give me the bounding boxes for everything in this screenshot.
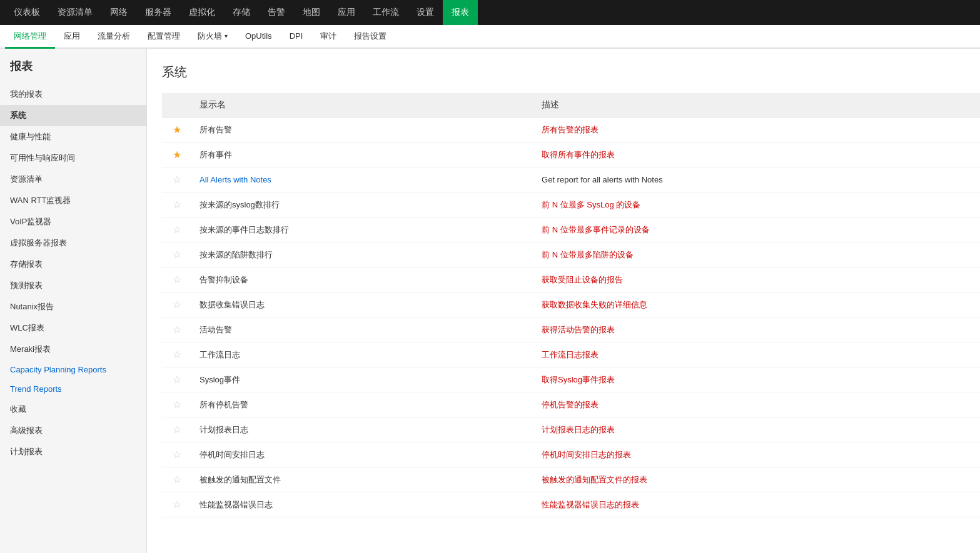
sidebar-item-高级报表[interactable]: 高级报表 bbox=[0, 420, 146, 441]
table-row: ☆数据收集错误日志获取数据收集失败的详细信息 bbox=[162, 292, 980, 317]
star-icon-15[interactable]: ☆ bbox=[173, 499, 181, 510]
sidebar-item-计划报表[interactable]: 计划报表 bbox=[0, 441, 146, 462]
table-row: ☆性能监视器错误日志性能监视器错误日志的报表 bbox=[162, 492, 980, 517]
report-name-7: 数据收集错误日志 bbox=[200, 300, 265, 309]
report-description-0: 所有告警的报表 bbox=[542, 125, 599, 134]
report-name-9: 工作流日志 bbox=[200, 350, 240, 359]
second-nav-item-网络管理[interactable]: 网络管理 bbox=[5, 25, 55, 49]
sidebar-item-wan-rtt监视器[interactable]: WAN RTT监视器 bbox=[0, 190, 146, 211]
table-row: ☆计划报表日志计划报表日志的报表 bbox=[162, 417, 980, 442]
table-header-name: 显示名 bbox=[192, 93, 534, 117]
top-nav-item-服务器[interactable]: 服务器 bbox=[136, 0, 180, 25]
top-nav-item-仪表板[interactable]: 仪表板 bbox=[5, 0, 49, 25]
top-nav-item-告警[interactable]: 告警 bbox=[259, 0, 294, 25]
sidebar-item-系统[interactable]: 系统 bbox=[0, 105, 146, 126]
star-icon-5[interactable]: ☆ bbox=[173, 249, 181, 260]
table-row: ☆所有停机告警停机告警的报表 bbox=[162, 392, 980, 417]
table-header-description: 描述 bbox=[534, 93, 980, 117]
second-navigation: 网络管理应用流量分析配置管理防火墙 ▾OpUtilsDPI审计报告设置 bbox=[0, 25, 980, 49]
report-name-5: 按来源的陷阱数排行 bbox=[200, 250, 273, 259]
star-icon-3[interactable]: ☆ bbox=[173, 199, 181, 210]
report-name-3: 按来源的syslog数排行 bbox=[200, 200, 280, 209]
report-description-12: 计划报表日志的报表 bbox=[542, 425, 615, 434]
second-nav-item-审计[interactable]: 审计 bbox=[311, 25, 345, 49]
report-description-9: 工作流日志报表 bbox=[542, 350, 599, 359]
sidebar-item-meraki报表[interactable]: Meraki报表 bbox=[0, 339, 146, 360]
sidebar-item-健康与性能[interactable]: 健康与性能 bbox=[0, 126, 146, 147]
star-icon-2[interactable]: ☆ bbox=[173, 174, 181, 185]
report-name-1: 所有事件 bbox=[200, 150, 232, 159]
second-nav-item-应用[interactable]: 应用 bbox=[55, 25, 89, 49]
table-row: ☆停机时间安排日志停机时间安排日志的报表 bbox=[162, 442, 980, 467]
report-description-3: 前 N 位最多 SysLog 的设备 bbox=[542, 200, 640, 209]
report-description-6: 获取受阻止设备的报告 bbox=[542, 275, 623, 284]
report-description-11: 停机告警的报表 bbox=[542, 400, 599, 409]
top-nav-item-网络[interactable]: 网络 bbox=[101, 0, 136, 25]
star-icon-14[interactable]: ☆ bbox=[173, 474, 181, 485]
top-nav-item-虚拟化[interactable]: 虚拟化 bbox=[180, 0, 224, 25]
star-icon-8[interactable]: ☆ bbox=[173, 324, 181, 335]
table-row: ☆活动告警获得活动告警的报表 bbox=[162, 317, 980, 342]
sidebar-item-nutanix报告[interactable]: Nutanix报告 bbox=[0, 296, 146, 317]
second-nav-item-防火墙[interactable]: 防火墙 ▾ bbox=[189, 25, 236, 49]
report-name-6: 告警抑制设备 bbox=[200, 275, 248, 284]
report-description-2: Get report for all alerts with Notes bbox=[542, 175, 663, 184]
star-icon-13[interactable]: ☆ bbox=[173, 449, 181, 460]
table-row: ☆按来源的陷阱数排行前 N 位带最多陷阱的设备 bbox=[162, 242, 980, 267]
report-description-15: 性能监视器错误日志的报表 bbox=[542, 500, 639, 509]
star-icon-0[interactable]: ★ bbox=[173, 124, 181, 135]
sidebar-item-capacity-planning-reports[interactable]: Capacity Planning Reports bbox=[0, 360, 146, 379]
report-description-10: 取得Syslog事件报表 bbox=[542, 375, 615, 384]
table-row: ★所有告警所有告警的报表 bbox=[162, 117, 980, 142]
sidebar-item-wlc报表[interactable]: WLC报表 bbox=[0, 317, 146, 339]
report-name-13: 停机时间安排日志 bbox=[200, 450, 265, 459]
second-nav-item-OpUtils[interactable]: OpUtils bbox=[236, 25, 281, 49]
star-icon-9[interactable]: ☆ bbox=[173, 349, 181, 360]
table-row: ☆被触发的通知配置文件被触发的通知配置文件的报表 bbox=[162, 467, 980, 492]
top-navigation: 仪表板资源清单网络服务器虚拟化存储告警地图应用工作流设置报表 bbox=[0, 0, 980, 25]
top-nav-item-资源清单[interactable]: 资源清单 bbox=[49, 0, 101, 25]
sidebar-item-资源清单[interactable]: 资源清单 bbox=[0, 169, 146, 190]
sidebar-item-预测报表[interactable]: 预测报表 bbox=[0, 275, 146, 296]
page-title: 系统 bbox=[162, 64, 980, 81]
report-description-1: 取得所有事件的报表 bbox=[542, 150, 615, 159]
second-nav-item-流量分析[interactable]: 流量分析 bbox=[89, 25, 139, 49]
second-nav-item-报告设置[interactable]: 报告设置 bbox=[345, 25, 395, 49]
sidebar-item-存储报表[interactable]: 存储报表 bbox=[0, 254, 146, 275]
report-description-5: 前 N 位带最多陷阱的设备 bbox=[542, 250, 634, 259]
sidebar-item-我的报表[interactable]: 我的报表 bbox=[0, 84, 146, 105]
top-nav-item-设置[interactable]: 设置 bbox=[408, 0, 443, 25]
report-name-14: 被触发的通知配置文件 bbox=[200, 475, 281, 484]
sidebar-item-可用性与响应时间[interactable]: 可用性与响应时间 bbox=[0, 147, 146, 169]
second-nav-item-配置管理[interactable]: 配置管理 bbox=[139, 25, 189, 49]
top-nav-item-应用[interactable]: 应用 bbox=[329, 0, 364, 25]
sidebar-item-收藏[interactable]: 收藏 bbox=[0, 399, 146, 420]
star-icon-10[interactable]: ☆ bbox=[173, 374, 181, 385]
top-nav-item-存储[interactable]: 存储 bbox=[224, 0, 259, 25]
second-nav-item-DPI[interactable]: DPI bbox=[281, 25, 312, 49]
report-name-8: 活动告警 bbox=[200, 325, 232, 334]
report-description-8: 获得活动告警的报表 bbox=[542, 325, 615, 334]
star-icon-12[interactable]: ☆ bbox=[173, 424, 181, 435]
sidebar-item-trend-reports[interactable]: Trend Reports bbox=[0, 379, 146, 399]
star-icon-6[interactable]: ☆ bbox=[173, 274, 181, 285]
star-icon-4[interactable]: ☆ bbox=[173, 224, 181, 235]
report-name-0: 所有告警 bbox=[200, 125, 232, 134]
report-description-13: 停机时间安排日志的报表 bbox=[542, 450, 631, 459]
star-icon-7[interactable]: ☆ bbox=[173, 299, 181, 310]
table-row: ☆按来源的syslog数排行前 N 位最多 SysLog 的设备 bbox=[162, 192, 980, 217]
top-nav-item-地图[interactable]: 地图 bbox=[294, 0, 329, 25]
top-nav-item-报表[interactable]: 报表 bbox=[443, 0, 478, 25]
report-name-15: 性能监视器错误日志 bbox=[200, 500, 273, 509]
star-icon-1[interactable]: ★ bbox=[173, 149, 181, 160]
top-nav-item-工作流[interactable]: 工作流 bbox=[364, 0, 408, 25]
table-row: ☆工作流日志工作流日志报表 bbox=[162, 342, 980, 367]
sidebar-item-voip监视器[interactable]: VoIP监视器 bbox=[0, 211, 146, 232]
report-table: 显示名描述 ★所有告警所有告警的报表★所有事件取得所有事件的报表☆All Ale… bbox=[162, 93, 980, 517]
report-name-2[interactable]: All Alerts with Notes bbox=[200, 175, 271, 184]
star-icon-11[interactable]: ☆ bbox=[173, 399, 181, 410]
table-row: ☆按来源的事件日志数排行前 N 位带最多事件记录的设备 bbox=[162, 217, 980, 242]
table-row: ☆告警抑制设备获取受阻止设备的报告 bbox=[162, 267, 980, 292]
report-name-4: 按来源的事件日志数排行 bbox=[200, 225, 289, 234]
sidebar-item-虚拟服务器报表[interactable]: 虚拟服务器报表 bbox=[0, 232, 146, 254]
